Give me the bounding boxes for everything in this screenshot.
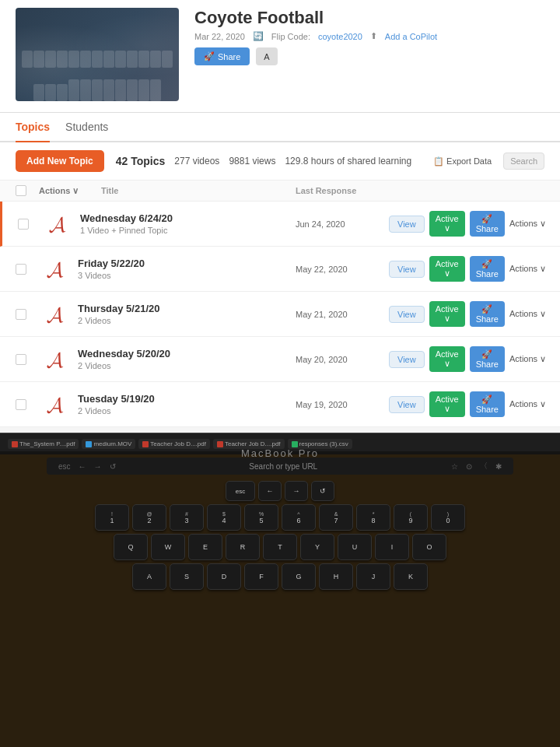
- key-g[interactable]: G: [282, 563, 316, 590]
- flip-code[interactable]: coyote2020: [318, 32, 362, 41]
- key-f[interactable]: F: [244, 563, 278, 590]
- key-y[interactable]: Y: [300, 534, 334, 560]
- active-button-4[interactable]: Active ∨: [429, 391, 465, 417]
- key-t[interactable]: T: [263, 534, 297, 560]
- view-button-0[interactable]: View: [389, 216, 425, 233]
- keyboard-row-asdf: A S D F G H J K: [16, 563, 544, 590]
- active-button-3[interactable]: Active ∨: [429, 346, 465, 372]
- key-8[interactable]: *8: [356, 504, 390, 531]
- touchbar-star: ☆: [451, 462, 458, 471]
- topic-subtitle-1: 3 Videos: [78, 271, 296, 280]
- actions-button-2[interactable]: Actions ∨: [509, 309, 546, 319]
- view-button-4[interactable]: View: [389, 396, 425, 413]
- topic-subtitle-4: 2 Videos: [78, 406, 296, 416]
- key-4[interactable]: $4: [207, 504, 241, 531]
- add-new-topic-button[interactable]: Add New Topic: [16, 150, 104, 172]
- keyboard-row-numbers: !1 @2 #3 $4 %5 ^6 &7 *8 (9 )0: [16, 504, 544, 531]
- key-left[interactable]: ←: [258, 481, 282, 501]
- tab-topics[interactable]: Topics: [16, 113, 50, 142]
- key-u[interactable]: U: [338, 534, 372, 560]
- checkbox-4[interactable]: [16, 399, 26, 410]
- checkbox-2[interactable]: [16, 309, 26, 320]
- key-3[interactable]: #3: [170, 504, 204, 531]
- key-i[interactable]: I: [375, 534, 409, 560]
- topic-info-1: Friday 5/22/20 3 Videos: [78, 258, 296, 280]
- active-button-1[interactable]: Active ∨: [429, 256, 465, 282]
- team-title: Coyote Football: [194, 8, 544, 28]
- topic-subtitle-0: 1 Video + Pinned Topic: [80, 226, 296, 235]
- key-h[interactable]: H: [319, 563, 353, 590]
- svg-text:𝓐: 𝓐: [47, 303, 64, 327]
- checkbox-0[interactable]: [18, 219, 29, 230]
- key-a[interactable]: A: [132, 563, 166, 590]
- view-button-2[interactable]: View: [389, 306, 425, 323]
- share-button-3[interactable]: 🚀 Share: [470, 346, 505, 372]
- key-right[interactable]: →: [285, 481, 308, 501]
- search-box[interactable]: Search: [503, 153, 544, 170]
- topic-last-0: Jun 24, 2020: [296, 219, 389, 229]
- tabs-bar: Topics Students: [0, 113, 560, 142]
- topic-subtitle-3: 2 Videos: [78, 361, 296, 370]
- header-buttons: 🚀 Share A: [194, 47, 544, 65]
- taskbar-item-2[interactable]: Teacher Job D....pdf: [138, 439, 210, 449]
- active-button-2[interactable]: Active ∨: [429, 301, 465, 327]
- row-checkbox-0: [18, 219, 41, 230]
- flip-icon: 🔄: [253, 31, 264, 41]
- topic-actions-2: View Active ∨ 🚀 Share Actions ∨: [389, 301, 544, 327]
- key-q[interactable]: Q: [114, 534, 148, 560]
- view-button-3[interactable]: View: [389, 351, 425, 368]
- actions-button-1[interactable]: Actions ∨: [509, 264, 546, 274]
- key-1[interactable]: !1: [95, 504, 129, 531]
- topic-row: 𝓐 Friday 5/22/20 3 Videos May 22, 2020 V…: [0, 247, 560, 292]
- key-s[interactable]: S: [170, 563, 204, 590]
- key-2[interactable]: @2: [132, 504, 166, 531]
- actions-button-4[interactable]: Actions ∨: [509, 399, 546, 409]
- flip-label: Flip Code:: [271, 32, 310, 41]
- key-5[interactable]: %5: [244, 504, 278, 531]
- active-button-0[interactable]: Active ∨: [429, 211, 465, 237]
- share-button[interactable]: 🚀 Share: [194, 47, 250, 65]
- export-data-button[interactable]: 📋 Export Data: [433, 156, 492, 167]
- last-response-col-header: Last Response: [296, 186, 389, 195]
- touchbar-search[interactable]: Search or type URL: [120, 462, 447, 471]
- share-button-1[interactable]: 🚀 Share: [470, 256, 505, 282]
- header-info: Coyote Football Mar 22, 2020 🔄 Flip Code…: [194, 8, 544, 65]
- topic-last-3: May 20, 2020: [296, 355, 389, 364]
- key-r[interactable]: R: [226, 534, 260, 560]
- checkbox-3[interactable]: [16, 354, 26, 365]
- view-button-1[interactable]: View: [389, 261, 425, 278]
- svg-text:𝓐: 𝓐: [49, 212, 66, 237]
- key-w[interactable]: W: [151, 534, 185, 560]
- key-k[interactable]: K: [394, 563, 428, 590]
- export-icon: 📋: [433, 156, 444, 167]
- keyboard-row-fn: esc ← → ↺: [16, 481, 544, 501]
- key-refresh[interactable]: ↺: [311, 481, 334, 501]
- actions-col-header[interactable]: Actions ∨: [39, 186, 101, 196]
- tab-students[interactable]: Students: [65, 113, 108, 142]
- taskbar-item-1[interactable]: medium.MOV: [82, 439, 135, 449]
- key-esc[interactable]: esc: [226, 481, 255, 501]
- checkbox-1[interactable]: [16, 264, 26, 275]
- keyboard-area: esc ← → ↺ !1 @2 #3 $4 %5 ^6 &7 *8 (9: [16, 481, 544, 593]
- secondary-button[interactable]: A: [256, 47, 277, 65]
- topic-last-4: May 19, 2020: [296, 400, 389, 409]
- share-button-4[interactable]: 🚀 Share: [470, 391, 505, 417]
- key-j[interactable]: J: [356, 563, 390, 590]
- add-copilot-link[interactable]: Add a CoPilot: [385, 32, 437, 41]
- share-button-0[interactable]: 🚀 Share: [470, 211, 505, 237]
- share-button-2[interactable]: 🚀 Share: [470, 301, 505, 327]
- select-all-checkbox[interactable]: [16, 185, 26, 196]
- actions-button-3[interactable]: Actions ∨: [509, 354, 546, 364]
- topic-row: 𝓐 Wednesday 6/24/20 1 Video + Pinned Top…: [0, 202, 560, 247]
- key-7[interactable]: &7: [319, 504, 353, 531]
- actions-button-0[interactable]: Actions ∨: [509, 219, 546, 229]
- key-6[interactable]: ^6: [282, 504, 316, 531]
- topic-logo-2: 𝓐: [39, 299, 70, 330]
- key-e[interactable]: E: [188, 534, 222, 560]
- key-9[interactable]: (9: [394, 504, 428, 531]
- topics-toolbar: Add New Topic 42 Topics 277 videos 9881 …: [0, 142, 560, 181]
- taskbar-item-0[interactable]: The_System P....pdf: [8, 439, 79, 449]
- key-0[interactable]: )0: [431, 504, 465, 531]
- key-o[interactable]: O: [412, 534, 446, 560]
- key-d[interactable]: D: [207, 563, 241, 590]
